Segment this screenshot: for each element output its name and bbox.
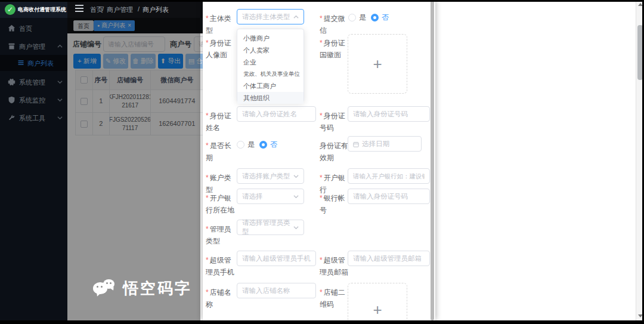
submit-wechat-no-radio[interactable]: 否 — [371, 13, 389, 23]
admin-type-select[interactable]: 请选择管理员类型 — [237, 220, 304, 235]
id-name-input[interactable] — [237, 106, 316, 122]
frame-top — [0, 0, 644, 2]
watermark-text: 悟空码字 — [123, 278, 192, 299]
id-number-label: 身份证号码 — [320, 107, 348, 134]
breadcrumb-sep: / — [138, 5, 140, 13]
hamburger-icon[interactable] — [75, 5, 83, 12]
chevron-up-icon — [293, 14, 299, 20]
dropdown-option[interactable]: 企业 — [237, 56, 304, 68]
dropdown-option[interactable]: 党政、机关及事业单位 — [237, 68, 304, 80]
admin-phone-input[interactable] — [237, 251, 316, 266]
shop-name-input[interactable] — [237, 283, 316, 298]
account-type-select[interactable]: 请选择账户类型 — [237, 168, 304, 184]
breadcrumb-merchant-list: 商户列表 — [143, 5, 169, 14]
id-number-input[interactable] — [348, 106, 430, 122]
id-emblem-label: 身份证国徽面 — [320, 35, 348, 61]
subject-type-label: 主体类型 — [206, 10, 237, 36]
breadcrumb-home[interactable]: 首页 — [90, 5, 103, 14]
long-term-label: 是否长期 — [206, 137, 237, 163]
watermark: 悟空码字 — [93, 278, 192, 299]
bank-account-label: 银行帐号 — [320, 190, 348, 216]
admin-type-label: 管理员类型 — [206, 221, 237, 247]
bank-name-input[interactable] — [348, 168, 430, 184]
modal-overlay — [0, 18, 200, 320]
bank-account-input[interactable] — [348, 189, 430, 204]
submit-wechat-label: 提交微信 — [320, 10, 348, 36]
chevron-down-icon — [293, 194, 299, 199]
long-term-yes-radio[interactable]: 是 — [237, 140, 255, 150]
breadcrumb-sep: / — [102, 5, 104, 13]
admin-email-input[interactable] — [348, 251, 430, 266]
app-logo-icon: ✓ — [5, 4, 16, 15]
navbar-left: 首页 / 商户管理 / 商户列表 — [67, 0, 203, 18]
long-term-no-radio[interactable]: 否 — [259, 140, 277, 150]
chevron-down-icon — [293, 225, 299, 230]
calendar-icon — [353, 141, 358, 147]
wechat-icon — [93, 279, 117, 299]
modal-scrollbar[interactable] — [431, 0, 434, 320]
shop-name-label: 店铺名称 — [206, 284, 237, 310]
app-title: 电商收付通管理系统 — [18, 6, 66, 14]
bank-area-select[interactable]: 请选择 — [237, 189, 304, 204]
shop-qr-label: 店铺二维码 — [320, 284, 348, 310]
dropdown-option[interactable]: 个体工商户 — [237, 80, 304, 92]
dropdown-option[interactable]: 个人卖家 — [237, 44, 304, 56]
frame-bottom — [0, 320, 644, 324]
id-validity-date-picker[interactable]: 选择日期 — [348, 136, 422, 152]
subject-type-select[interactable]: 请选择主体类型 — [237, 9, 304, 24]
dropdown-option-hover[interactable]: 其他组织 — [237, 92, 304, 104]
merchant-form-modal: 主体类型 请选择主体类型 提交微信 是 否 身份证人像面 + 身份证国徽面 + … — [203, 0, 435, 320]
bank-area-label: 开户银行所在地 — [206, 190, 237, 216]
breadcrumb-merchant-mgmt[interactable]: 商户管理 — [107, 5, 133, 14]
admin-phone-label: 超级管理员手机 — [206, 252, 237, 278]
content-right: 捐赠作者 微信群交流 您好！小柒，欢迎登录 银行帐号 店铺名称 申请单号 申请状… — [0, 0, 200, 320]
id-emblem-upload[interactable]: + — [348, 34, 407, 94]
shop-qr-upload[interactable]: + — [348, 283, 407, 320]
chevron-down-icon — [293, 174, 299, 179]
id-validity-label: 身份证有效期 — [320, 137, 348, 163]
id-portrait-label: 身份证人像面 — [206, 35, 237, 61]
submit-wechat-yes-radio[interactable]: 是 — [348, 13, 366, 23]
app-screen: ✓ 电商收付通管理系统 首页 商户管理 商户列表 系统管理 系统监控 系统工具 — [0, 0, 644, 324]
admin-email-label: 超级管理员邮箱 — [320, 252, 348, 278]
id-name-label: 身份证姓名 — [206, 107, 237, 134]
subject-type-dropdown: 小微商户 个人卖家 企业 党政、机关及事业单位 个体工商户 其他组织 — [237, 29, 304, 103]
dropdown-option[interactable]: 小微商户 — [237, 32, 304, 44]
